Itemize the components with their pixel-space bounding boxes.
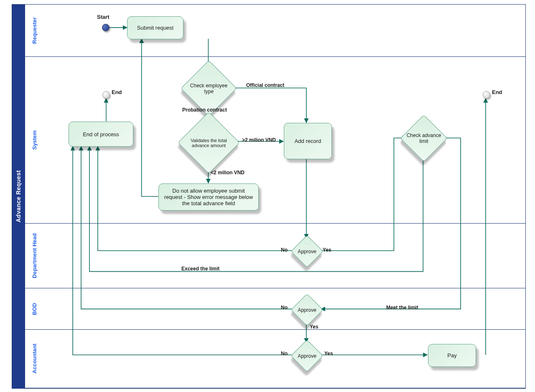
task-end-of-process: End of process: [69, 122, 133, 147]
lane-label-acct: Accountant: [25, 330, 43, 388]
diagram-canvas: Start Submit request End End End of proc…: [43, 5, 525, 388]
gateway-check-employee-type: Check employee type: [189, 69, 229, 108]
gateway-validate-amount-label: Validates the total advance amount: [185, 138, 233, 148]
start-event: [102, 24, 110, 31]
end-event-1-label: End: [112, 89, 122, 95]
edge-probation-contract: Probation contract: [182, 107, 227, 113]
task-do-not-allow: Do not allow employee submit request - S…: [158, 183, 259, 211]
task-do-not-allow-label: Do not allow employee submit request - S…: [163, 188, 254, 206]
lane-label-bod: BOD: [25, 288, 43, 330]
edge-acct-no: No: [281, 351, 288, 356]
swimlane-pool: Advance Request Requester System Departm…: [12, 4, 526, 389]
gateway-check-advance-limit-label: Check advance limit: [405, 132, 442, 144]
edge-meet-limit: Meet the limit: [386, 305, 418, 311]
pool-title: Advance Request: [12, 5, 25, 388]
task-submit-request: Submit request: [127, 16, 183, 39]
edge-acct-yes: Yes: [324, 351, 333, 356]
edge-official-contract: Official contract: [246, 82, 284, 88]
lane-label-system: System: [25, 57, 43, 223]
end-event-2-label: End: [492, 89, 502, 95]
lane-label-dept: Department Head: [25, 224, 43, 288]
lanes-container: Requester System Department Head BOD Acc…: [25, 5, 525, 388]
task-add-record: Add record: [284, 123, 332, 159]
start-event-label: Start: [97, 14, 110, 20]
gateway-dept-approve-label: Approve: [294, 249, 320, 255]
gateway-validate-amount: Validates the total advance amount: [187, 121, 231, 165]
edge-exceed-limit: Exceed the limit: [181, 266, 219, 272]
edge-dept-yes: Yes: [323, 247, 331, 253]
task-add-record-label: Add record: [295, 138, 321, 144]
lane-label-requester: Requester: [25, 5, 43, 56]
task-pay: Pay: [428, 344, 476, 367]
edges-svg: [43, 5, 525, 388]
edge-dept-no: No: [281, 247, 288, 253]
gateway-check-advance-limit: Check advance limit: [407, 122, 441, 155]
edge-bod-no: No: [281, 305, 288, 311]
edge-bod-yes: Yes: [310, 324, 318, 330]
end-event-1: [102, 91, 110, 99]
edge-gt-2m: >2 milion VND: [242, 137, 276, 143]
gateway-dept-approve: Approve: [296, 240, 318, 263]
edge-lt-2m: <2 milion VND: [211, 170, 245, 176]
gateway-bod-approve: Approve: [296, 298, 318, 321]
gateway-acct-approve-label: Approve: [294, 353, 320, 359]
gateway-check-employee-type-label: Check employee type: [187, 83, 231, 94]
task-submit-request-label: Submit request: [137, 25, 173, 31]
task-end-of-process-label: End of process: [83, 131, 119, 137]
gateway-bod-approve-label: Approve: [294, 307, 320, 313]
task-pay-label: Pay: [447, 352, 456, 359]
end-event-2: [483, 91, 490, 99]
gateway-acct-approve: Approve: [296, 344, 318, 367]
